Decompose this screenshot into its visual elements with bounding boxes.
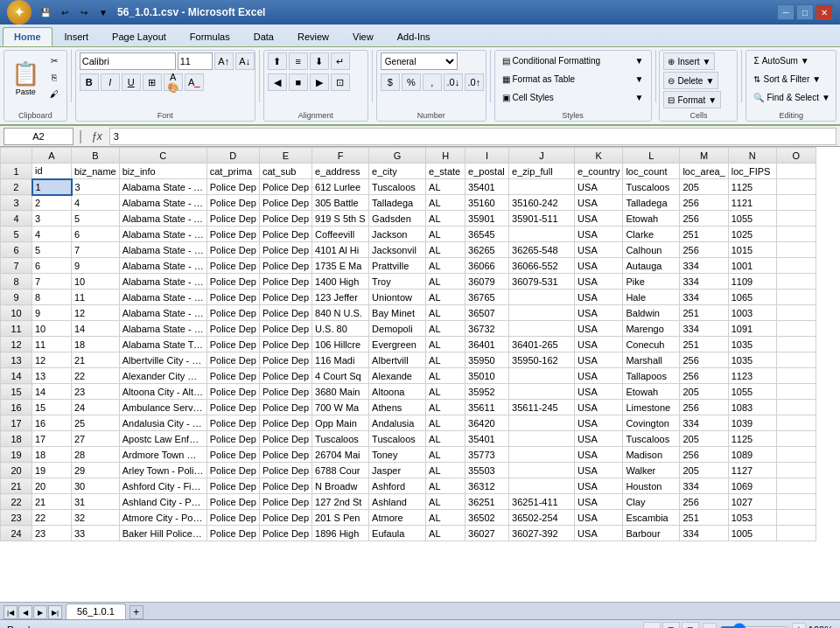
cell-17-1[interactable]: 25 [72,415,120,431]
cell-14-1[interactable]: 22 [72,368,120,384]
cell-g1[interactable]: e_city [369,164,426,179]
cell-4-11[interactable]: Etowah [623,211,680,227]
cell-6-4[interactable]: Police Dep [259,242,312,258]
cell-22-0[interactable]: 21 [32,494,72,510]
cell-extra-6[interactable] [776,242,816,258]
cell-19-0[interactable]: 18 [32,447,72,463]
cell-23-12[interactable]: 251 [680,510,728,526]
cell-3-1[interactable]: 4 [72,195,120,211]
cell-24-4[interactable]: Police Dep [259,526,312,541]
cell-23-10[interactable]: USA [575,510,623,526]
cell-10-4[interactable]: Police Dep [259,305,312,321]
name-box[interactable] [4,128,74,145]
italic-button[interactable]: I [101,73,120,91]
cell-9-3[interactable]: Police Dep [206,290,259,305]
cell-13-10[interactable]: USA [575,352,623,368]
cell-7-6[interactable]: Prattville [369,258,426,274]
cell-9-1[interactable]: 11 [72,290,120,305]
cell-20-3[interactable]: Police Dep [206,463,259,478]
top-align-button[interactable]: ⬆ [268,52,287,70]
cell-21-8[interactable]: 36312 [466,478,509,494]
cell-extra-9[interactable] [776,290,816,305]
cell-11-3[interactable]: Police Dep [206,321,259,337]
cell-15-11[interactable]: Etowah [623,384,680,400]
cell-16-13[interactable]: 1083 [728,400,776,415]
cell-21-7[interactable]: AL [426,478,466,494]
cell-8-0[interactable]: 7 [32,274,72,290]
cell-14-11[interactable]: Tallapoos [623,368,680,384]
row-num-21[interactable]: 21 [1,478,32,494]
cell-18-5[interactable]: Tuscaloos [312,431,369,447]
cell-extra-7[interactable] [776,258,816,274]
cell-24-13[interactable]: 1005 [728,526,776,541]
cell-2-7[interactable]: AL [426,179,466,195]
sheet-tab-1[interactable]: 56_1.0.1 [66,604,126,619]
cell-18-1[interactable]: 27 [72,431,120,447]
cell-16-8[interactable]: 35611 [466,400,509,415]
cell-15-1[interactable]: 23 [72,384,120,400]
cell-12-12[interactable]: 251 [680,337,728,352]
col-header-f[interactable]: F [312,148,369,164]
maximize-button[interactable]: □ [796,4,814,20]
cell-11-6[interactable]: Demopoli [369,321,426,337]
comma-button[interactable]: , [423,73,442,91]
cell-18-8[interactable]: 35401 [466,431,509,447]
increase-decimal-button[interactable]: .0↑ [465,73,484,91]
cell-15-5[interactable]: 3680 Main [312,384,369,400]
cell-3-11[interactable]: Talladega [623,195,680,211]
cell-17-12[interactable]: 334 [680,415,728,431]
col-header-b[interactable]: B [72,148,120,164]
cell-18-12[interactable]: 205 [680,431,728,447]
cell-11-5[interactable]: U.S. 80 [312,321,369,337]
cell-22-1[interactable]: 31 [72,494,120,510]
cell-e1[interactable]: cat_sub [259,164,312,179]
cell-9-12[interactable]: 334 [680,290,728,305]
cell-3-3[interactable]: Police Dep [206,195,259,211]
col-header-d[interactable]: D [206,148,259,164]
cell-2-6[interactable]: Tuscaloos [369,179,426,195]
middle-align-button[interactable]: ≡ [289,52,308,70]
cell-4-0[interactable]: 3 [32,211,72,227]
border-button[interactable]: ⊞ [143,73,162,91]
conditional-formatting-button[interactable]: ▤ Conditional Formatting ▼ [499,52,648,69]
col-header-l[interactable]: L [623,148,680,164]
cell-k1[interactable]: e_country [575,164,623,179]
cell-6-8[interactable]: 36265 [466,242,509,258]
cell-8-12[interactable]: 334 [680,274,728,290]
row-num-6[interactable]: 6 [1,242,32,258]
cell-11-0[interactable]: 10 [32,321,72,337]
cell-17-7[interactable]: AL [426,415,466,431]
cell-extra-5[interactable] [776,227,816,242]
format-cells-button[interactable]: ⊟ Format ▼ [663,91,721,108]
cell-6-11[interactable]: Calhoun [623,242,680,258]
cell-10-10[interactable]: USA [575,305,623,321]
cell-5-1[interactable]: 6 [72,227,120,242]
cell-2-5[interactable]: 612 Lurlee [312,179,369,195]
cell-17-5[interactable]: Opp Main [312,415,369,431]
row-num-11[interactable]: 11 [1,321,32,337]
cell-6-12[interactable]: 256 [680,242,728,258]
cell-23-8[interactable]: 36502 [466,510,509,526]
cell-13-2[interactable]: Albertville City - Pol [119,352,206,368]
cell-2-9[interactable] [509,179,575,195]
cell-m1[interactable]: loc_area_ [680,164,728,179]
cell-4-12[interactable]: 256 [680,211,728,227]
cell-7-12[interactable]: 334 [680,258,728,274]
col-header-n[interactable]: N [728,148,776,164]
underline-button[interactable]: U [122,73,141,91]
cell-19-2[interactable]: Ardmore Town Of-A [119,447,206,463]
cell-8-6[interactable]: Troy [369,274,426,290]
cell-11-10[interactable]: USA [575,321,623,337]
cell-5-0[interactable]: 4 [32,227,72,242]
cell-19-6[interactable]: Toney [369,447,426,463]
cell-9-2[interactable]: Alabama State - Hun [119,290,206,305]
cell-7-5[interactable]: 1735 E Ma [312,258,369,274]
cell-19-5[interactable]: 26704 Mai [312,447,369,463]
cell-2-3[interactable]: Police Dep [206,179,259,195]
tab-formulas[interactable]: Formulas [178,27,242,46]
cell-extra-17[interactable] [776,415,816,431]
currency-button[interactable]: $ [381,73,400,91]
cell-4-2[interactable]: Alabama State - Ala [119,211,206,227]
cell-b1[interactable]: biz_name [72,164,120,179]
cell-11-13[interactable]: 1091 [728,321,776,337]
